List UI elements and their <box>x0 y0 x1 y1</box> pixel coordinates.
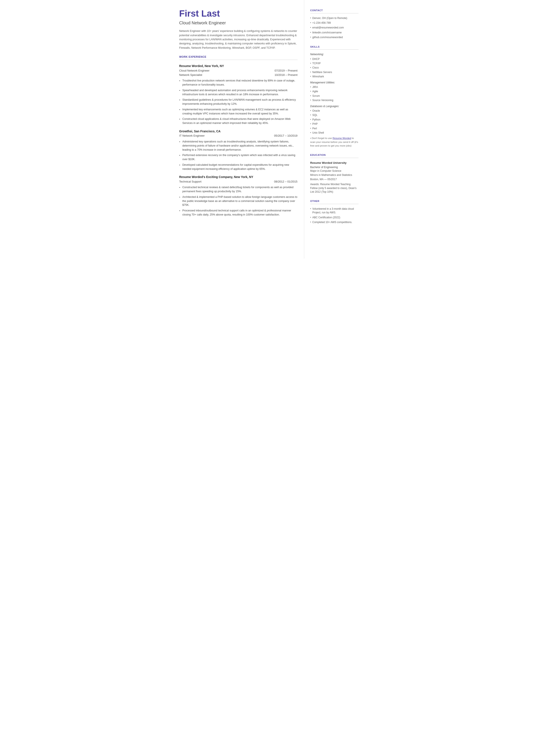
role-1b-title: Network Specialist <box>179 73 202 77</box>
skill-item: TCP/IP <box>310 62 358 65</box>
skill-item: Python <box>310 118 358 122</box>
job-title: Cloud Network Engineer <box>179 20 297 26</box>
skill-item: DHCP <box>310 57 358 61</box>
skill-category-management: Management Utilities: JIRA Agile Scrum S… <box>310 81 358 102</box>
skill-item: Scrum <box>310 94 358 98</box>
bullet-item: Architected & implemented a PHP-based so… <box>179 195 297 207</box>
other-item: Completed 10+ AWS competitions. <box>310 220 358 224</box>
contact-item: linkedin.com/in/username <box>310 31 358 35</box>
bullet-item: Constructed technical reviews & raised d… <box>179 185 297 193</box>
skills-title: SKILLS <box>310 45 358 50</box>
role-2a-title: IT Network Engineer <box>179 134 205 138</box>
skill-item: Oracle <box>310 109 358 113</box>
job-1: Resume Worded, New York, NY Cloud Networ… <box>179 64 297 125</box>
networking-skill-list: DHCP TCP/IP Cisco NetWare Servers Wiresh… <box>310 57 358 79</box>
other-item: ABC Certification (2022) <box>310 216 358 219</box>
other-title: OTHER <box>310 199 358 204</box>
left-column: First Last Cloud Network Engineer Networ… <box>171 0 304 259</box>
other-list: Volunteered in a 3-month data cloud Proj… <box>310 207 358 224</box>
job-3: Resume Worded's Exciting Company, New Yo… <box>179 175 297 216</box>
skill-category-networking: Networking: DHCP TCP/IP Cisco NetWare Se… <box>310 53 358 78</box>
other-section: OTHER Volunteered in a 3-month data clou… <box>310 199 358 224</box>
role-1b-date: 10/2018 – Present <box>274 73 297 77</box>
contact-list: Denver, OH (Open to Remote) +1-234-456-7… <box>310 16 358 40</box>
skill-item: Agile <box>310 90 358 93</box>
skill-item: JIRA <box>310 85 358 89</box>
skill-category-label: Databases & Languages: <box>310 104 358 108</box>
rw-promo-note: • Don't forget to use Resume Worded to s… <box>310 136 358 148</box>
bullet-item: Implemented key enhancements such as opt… <box>179 107 297 116</box>
bullet-item: Processed inbound/outbound technical sup… <box>179 209 297 217</box>
skill-item: Cisco <box>310 66 358 70</box>
role-2a-line: IT Network Engineer 05/2017 – 10/2019 <box>179 134 297 138</box>
rw-link[interactable]: Resume Worded <box>333 137 351 139</box>
skill-item: Source Versioning <box>310 98 358 102</box>
edu-location-date: Boston, MA — 05/2017 <box>310 178 358 181</box>
education-section: EDUCATION Resume Worded University Bache… <box>310 153 358 194</box>
bullet-item: Constructed cloud applications & cloud i… <box>179 117 297 125</box>
role-3a-title: Technical Support <box>179 180 202 184</box>
skills-section: SKILLS Networking: DHCP TCP/IP Cisco Net… <box>310 45 358 148</box>
candidate-name: First Last <box>179 9 297 18</box>
bullet-item: Administered key operations such as trou… <box>179 140 297 152</box>
edu-awards: Awards: Resume Worded Teaching Fellow (o… <box>310 182 358 194</box>
job-3-bullets: Constructed technical reviews & raised d… <box>179 185 297 216</box>
skill-category-label: Management Utilities: <box>310 81 358 84</box>
bullet-item: Troubleshot live production network serv… <box>179 79 297 87</box>
education-title: EDUCATION <box>310 153 358 158</box>
right-column: CONTACT Denver, OH (Open to Remote) +1-2… <box>304 0 365 259</box>
job-2-bullets: Administered key operations such as trou… <box>179 140 297 171</box>
company-2-name: Growthsi, San Francisco, CA <box>179 129 297 133</box>
summary-text: Network Engineer with 10+ years' experie… <box>179 29 297 50</box>
job-2: Growthsi, San Francisco, CA IT Network E… <box>179 129 297 171</box>
role-2a-date: 05/2017 – 10/2019 <box>274 134 297 138</box>
header-section: First Last Cloud Network Engineer Networ… <box>179 9 297 50</box>
skill-category-label: Networking: <box>310 53 358 56</box>
role-1b-line: Network Specialist 10/2018 – Present <box>179 73 297 77</box>
skill-item: PHP <box>310 122 358 126</box>
contact-item: Denver, OH (Open to Remote) <box>310 16 358 20</box>
role-1a-title: Cloud Network Engineer <box>179 69 210 73</box>
bullet-item: Spearheaded and developed automation and… <box>179 88 297 97</box>
management-skill-list: JIRA Agile Scrum Source Versioning <box>310 85 358 102</box>
job-1-bullets: Troubleshot live production network serv… <box>179 79 297 125</box>
work-experience-section: WORK EXPERIENCE Resume Worded, New York,… <box>179 55 297 217</box>
edu-institution: Resume Worded University <box>310 161 358 165</box>
role-1a-line: Cloud Network Engineer 07/2019 – Present <box>179 69 297 73</box>
contact-item: email@resumeworded.com <box>310 26 358 30</box>
contact-title: CONTACT <box>310 9 358 14</box>
contact-item: github.com/resumeworded <box>310 36 358 39</box>
edu-degree: Bachelor of Engineering <box>310 165 358 169</box>
role-3a-line: Technical Support 08/2012 – 01/2015 <box>179 180 297 184</box>
resume-page: First Last Cloud Network Engineer Networ… <box>171 0 365 259</box>
skill-item: Perl <box>310 127 358 130</box>
role-1a-date: 07/2019 – Present <box>274 69 297 73</box>
role-3a-date: 08/2012 – 01/2015 <box>274 180 297 184</box>
edu-minors: Minors in Mathematics and Statistics <box>310 173 358 177</box>
skill-item: Wireshark <box>310 75 358 78</box>
company-1-name: Resume Worded, New York, NY <box>179 64 297 68</box>
contact-item: +1-234-456-789 <box>310 21 358 25</box>
skill-item: SQL <box>310 113 358 117</box>
databases-skill-list: Oracle SQL Python PHP Perl Unix Shell <box>310 109 358 135</box>
bullet-item: Standardized guidelines & procedures for… <box>179 98 297 106</box>
company-3-name: Resume Worded's Exciting Company, New Yo… <box>179 175 297 179</box>
work-experience-title: WORK EXPERIENCE <box>179 55 297 60</box>
bullet-item: Developed calculated budget recommendati… <box>179 163 297 171</box>
contact-section: CONTACT Denver, OH (Open to Remote) +1-2… <box>310 9 358 40</box>
bullet-item: Performed extensive recovery on the comp… <box>179 153 297 161</box>
skill-category-databases: Databases & Languages: Oracle SQL Python… <box>310 104 358 135</box>
skill-item: Unix Shell <box>310 131 358 135</box>
other-item: Volunteered in a 3-month data cloud Proj… <box>310 207 358 215</box>
skill-item: NetWare Servers <box>310 70 358 74</box>
edu-major: Major in Computer Science <box>310 169 358 173</box>
